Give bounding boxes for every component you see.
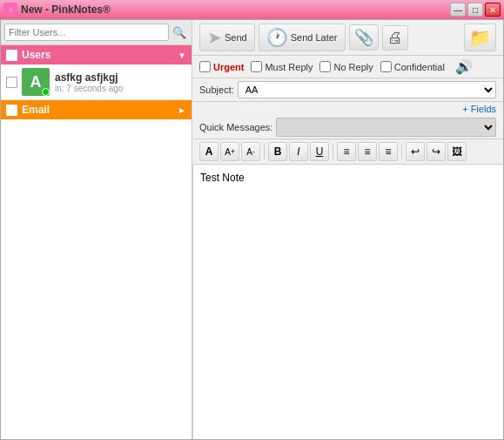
avatar: A [22,68,50,96]
insert-image-button[interactable]: 🖼 [447,142,467,161]
app-icon: ♪ [3,3,17,17]
user-name: asfkg asfjkgj [55,71,186,84]
separator-2 [333,144,333,159]
email-checkbox[interactable] [6,105,17,116]
minimize-button[interactable]: — [450,3,466,17]
send-later-button[interactable]: 🕐 Send Later [259,24,346,51]
subject-select[interactable]: AA [238,81,496,98]
print-icon: 🖨 [387,29,403,47]
urgent-option[interactable]: Urgent [199,61,244,72]
online-status-dot [42,88,50,96]
send-button[interactable]: ➤ Send [199,24,255,51]
search-icon[interactable]: 🔍 [171,24,188,41]
window-controls: — □ ✕ [450,3,501,17]
quick-messages-select[interactable] [276,118,496,137]
options-bar: Urgent Must Reply No Reply Confidential … [192,56,503,78]
confidential-option[interactable]: Confidential [380,61,445,72]
undo-button[interactable]: ↩ [406,142,425,161]
must-reply-option[interactable]: Must Reply [251,61,312,72]
search-input[interactable] [4,24,169,41]
format-toolbar: A A+ A- B I U ≡ ≡ ≡ ↩ ↪ 🖼 [192,139,503,165]
print-button[interactable]: 🖨 [382,25,408,51]
redo-button[interactable]: ↪ [427,142,446,161]
users-checkbox[interactable] [6,50,17,61]
send-icon: ➤ [207,27,222,48]
main-container: 🔍 Users ▼ A asfkg asfjkgj in: 7 seconds … [0,19,504,440]
note-textarea[interactable]: Test Note [192,165,503,439]
fields-link[interactable]: + Fields [462,104,496,114]
align-center-button[interactable]: ≡ [358,142,377,161]
no-reply-checkbox[interactable] [319,61,331,72]
confidential-label: Confidential [394,62,445,72]
must-reply-label: Must Reply [265,62,312,72]
users-section-label: Users [22,49,50,61]
send-later-label: Send Later [291,32,338,43]
align-right-button[interactable]: ≡ [379,142,398,161]
search-bar: 🔍 [1,20,192,45]
email-chevron-icon: ► [178,105,186,115]
align-left-button[interactable]: ≡ [337,142,356,161]
separator-1 [264,144,265,159]
left-panel: 🔍 Users ▼ A asfkg asfjkgj in: 7 seconds … [1,20,192,439]
bold-button[interactable]: B [268,142,287,161]
urgent-label: Urgent [213,62,244,72]
fields-bar: + Fields [192,102,503,116]
window-title: New - PinkNotes® [21,3,450,16]
font-size-normal-button[interactable]: A [199,142,218,161]
user-info: asfkg asfjkgj in: 7 seconds ago [55,71,186,93]
send-later-icon: 🕐 [266,27,288,48]
main-toolbar: ➤ Send 🕐 Send Later 📎 🖨 📁 [192,20,503,56]
email-section-label: Email [22,104,50,116]
italic-button[interactable]: I [289,142,308,161]
user-time: in: 7 seconds ago [55,84,186,93]
separator-3 [401,144,402,159]
no-reply-label: No Reply [333,62,373,72]
font-size-decrease-button[interactable]: A- [241,142,260,161]
send-label: Send [225,32,247,43]
attach-button[interactable]: 📎 [349,24,379,51]
quick-messages-bar: Quick Messages: [192,116,503,139]
users-chevron-icon: ▼ [178,51,186,60]
maximize-button[interactable]: □ [467,3,483,17]
urgent-checkbox[interactable] [199,61,211,72]
user-checkbox[interactable] [6,77,17,88]
users-section-header[interactable]: Users ▼ [1,45,192,64]
subject-label: Subject: [199,85,234,95]
volume-icon: 🔊 [455,58,473,75]
quick-messages-label: Quick Messages: [199,122,272,132]
folder-icon: 📁 [469,27,491,48]
confidential-checkbox[interactable] [380,61,392,72]
folder-button[interactable]: 📁 [464,24,496,51]
underline-button[interactable]: U [310,142,329,161]
email-section-header[interactable]: Email ► [1,100,192,119]
font-size-increase-button[interactable]: A+ [220,142,239,161]
title-bar: ♪ New - PinkNotes® — □ ✕ [0,0,504,19]
close-button[interactable]: ✕ [485,3,501,17]
user-list-item[interactable]: A asfkg asfjkgj in: 7 seconds ago [1,64,192,100]
subject-bar: Subject: AA [192,78,503,102]
right-panel: ➤ Send 🕐 Send Later 📎 🖨 📁 [192,20,503,439]
attach-icon: 📎 [354,28,373,47]
no-reply-option[interactable]: No Reply [319,61,373,72]
must-reply-checkbox[interactable] [251,61,262,72]
